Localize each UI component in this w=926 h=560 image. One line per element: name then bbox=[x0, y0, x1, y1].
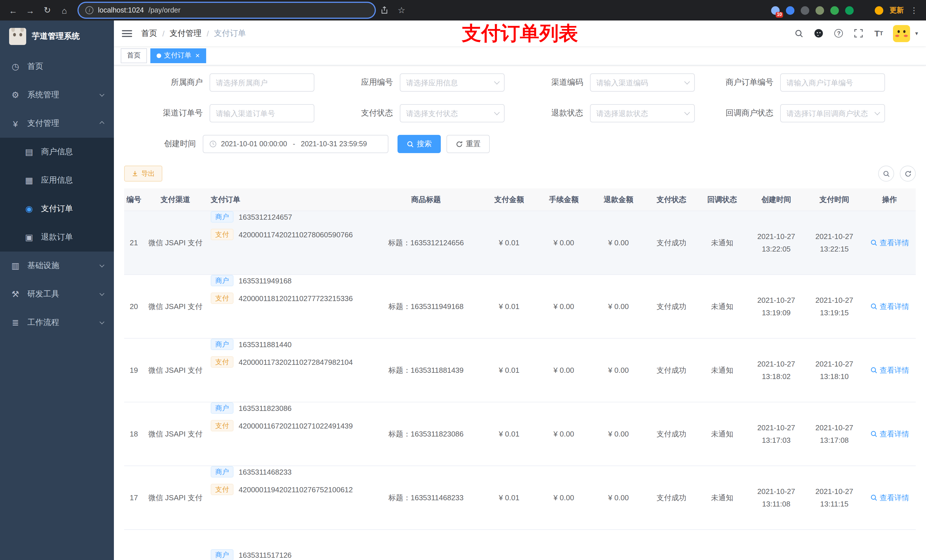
app-no-input[interactable] bbox=[400, 73, 505, 92]
sidebar-item-merchant-info[interactable]: ▤商户信息 bbox=[0, 138, 114, 166]
bookmark-star-icon[interactable]: ☆ bbox=[394, 3, 409, 18]
sidebar-item-refund-order[interactable]: ▣退款订单 bbox=[0, 223, 114, 252]
extension-icon-3[interactable] bbox=[801, 6, 809, 15]
cell-pay-time: 2021-10-2713:17:08 bbox=[805, 402, 863, 465]
sidebar-item-system[interactable]: ⚙系统管理 bbox=[0, 81, 114, 109]
cell-order: 商户1635311468233支付42000011942021102767521… bbox=[207, 466, 370, 529]
share-icon[interactable] bbox=[377, 3, 392, 18]
site-info-icon[interactable]: i bbox=[85, 6, 94, 14]
export-button[interactable]: 导出 bbox=[124, 166, 162, 181]
column-header: 支付时间 bbox=[805, 189, 863, 211]
sidebar-item-tools[interactable]: ⚒研发工具 bbox=[0, 280, 114, 308]
cell-id: 19 bbox=[124, 339, 144, 402]
table-row: 商户1635311517126 bbox=[124, 530, 916, 560]
extension-icon-5[interactable] bbox=[830, 6, 839, 15]
extension-icon-7[interactable] bbox=[860, 6, 869, 15]
dashboard-icon: ◷ bbox=[10, 62, 21, 72]
font-size-icon[interactable]: TT bbox=[873, 27, 884, 39]
chevron-down-icon bbox=[100, 291, 104, 296]
merchant-order-line: 商户1635311881440 bbox=[211, 339, 292, 350]
browser-update-button[interactable]: 更新 bbox=[890, 5, 904, 15]
back-icon[interactable]: ← bbox=[6, 3, 21, 18]
merchant-order-no-input[interactable] bbox=[780, 73, 885, 92]
browser-menu-icon[interactable]: ⋮ bbox=[910, 6, 918, 15]
home-icon[interactable]: ⌂ bbox=[57, 3, 72, 18]
merchant-input[interactable] bbox=[210, 73, 314, 92]
channel-order-no: 4200001194202110276752100612 bbox=[239, 485, 353, 494]
merchant-order-line: 商户1635311468233 bbox=[211, 466, 292, 477]
cell-order: 商户1635311881440支付42000011732021102728479… bbox=[207, 339, 370, 402]
view-detail-link[interactable]: 查看详情 bbox=[870, 492, 909, 503]
extension-icon-1[interactable]: 10 bbox=[771, 6, 780, 15]
gear-icon: ⚙ bbox=[10, 90, 21, 100]
extension-icon-8[interactable] bbox=[875, 6, 883, 15]
sidebar-item-home[interactable]: ◷首页 bbox=[0, 52, 114, 81]
app-logo: 芋道管理系统 bbox=[0, 21, 114, 52]
reload-icon[interactable]: ↻ bbox=[40, 3, 54, 18]
cell-action: 查看详情 bbox=[863, 466, 916, 529]
browser-toolbar: ← → ↻ ⌂ i localhost:1024/pay/order ☆ 10 … bbox=[0, 0, 926, 21]
refresh-table-icon[interactable] bbox=[900, 166, 916, 181]
cell-order: 商户1635312124657支付42000011742021102780605… bbox=[207, 211, 370, 274]
breadcrumb-item[interactable]: 支付管理 bbox=[170, 28, 201, 38]
search-button[interactable]: 搜索 bbox=[398, 135, 441, 153]
extension-badge: 10 bbox=[776, 12, 783, 17]
main-area: 首页/支付管理/支付订单 支付订单列表 ? TT ▾ bbox=[114, 21, 926, 560]
merchant-order-no: 1635312124657 bbox=[239, 213, 292, 221]
breadcrumb-item[interactable]: 首页 bbox=[141, 28, 157, 38]
channel-order-no: 4200001173202110272847982104 bbox=[239, 358, 353, 366]
sidebar-item-pay-order[interactable]: ◉支付订单 bbox=[0, 195, 114, 223]
cell-channel: 微信 JSAPI 支付 bbox=[144, 339, 207, 402]
channel-order-line: 支付4200001167202110271022491439 bbox=[211, 420, 353, 432]
refund-status-input[interactable] bbox=[590, 104, 695, 122]
refund-status-control bbox=[590, 104, 695, 122]
fullscreen-icon[interactable] bbox=[853, 27, 864, 39]
close-icon[interactable]: × bbox=[195, 52, 200, 59]
browser-extensions-area: 10 更新 ⋮ bbox=[771, 5, 920, 15]
view-detail-link[interactable]: 查看详情 bbox=[870, 301, 909, 312]
view-detail-link[interactable]: 查看详情 bbox=[870, 238, 909, 248]
extension-icon-4[interactable] bbox=[816, 6, 824, 15]
sidebar-item-app-info[interactable]: ▦应用信息 bbox=[0, 166, 114, 195]
date-range-picker[interactable]: 2021-10-01 00:00:00 - 2021-10-31 23:59:5… bbox=[203, 135, 388, 153]
pay-status-input[interactable] bbox=[400, 104, 505, 122]
address-bar[interactable]: i localhost:1024/pay/order bbox=[79, 3, 375, 18]
date-end-value: 2021-10-31 23:59:59 bbox=[301, 140, 367, 148]
active-dot-icon bbox=[157, 53, 161, 58]
hamburger-icon[interactable] bbox=[122, 30, 132, 37]
view-detail-link[interactable]: 查看详情 bbox=[870, 429, 909, 439]
cell-refund bbox=[591, 530, 646, 560]
view-detail-link[interactable]: 查看详情 bbox=[870, 365, 909, 375]
notify-status-input[interactable] bbox=[780, 104, 885, 122]
sidebar-item-pay[interactable]: ¥支付管理 bbox=[0, 109, 114, 138]
merchant-control bbox=[210, 73, 314, 92]
tab-home[interactable]: 首页 bbox=[121, 48, 147, 63]
extension-icon-2[interactable] bbox=[786, 6, 794, 15]
merchant-order-no: 1635311517126 bbox=[239, 551, 292, 559]
forward-icon[interactable]: → bbox=[23, 3, 38, 18]
sidebar-item-label: 支付订单 bbox=[41, 204, 73, 214]
cell-create-time: 2021-10-2713:18:02 bbox=[747, 339, 805, 402]
github-icon[interactable] bbox=[813, 27, 825, 39]
search-icon[interactable] bbox=[793, 27, 805, 39]
search-icon bbox=[407, 140, 414, 148]
channel-code-input[interactable] bbox=[590, 73, 695, 92]
help-icon[interactable]: ? bbox=[833, 27, 844, 39]
cell-amount bbox=[482, 530, 536, 560]
user-avatar[interactable] bbox=[893, 25, 910, 42]
tab-pay-order[interactable]: 支付订单× bbox=[150, 48, 206, 63]
sidebar-item-workflow[interactable]: ≣工作流程 bbox=[0, 308, 114, 337]
avatar-caret-icon[interactable]: ▾ bbox=[915, 30, 918, 36]
sidebar-menu: ◷首页⚙系统管理¥支付管理▤商户信息▦应用信息◉支付订单▣退款订单▥基础设施⚒研… bbox=[0, 52, 114, 560]
cell-amount: ¥ 0.01 bbox=[482, 211, 536, 274]
toggle-search-icon[interactable] bbox=[878, 166, 894, 181]
cell-channel: 微信 JSAPI 支付 bbox=[144, 275, 207, 338]
sidebar-item-infra[interactable]: ▥基础设施 bbox=[0, 252, 114, 280]
extension-icon-6[interactable] bbox=[845, 6, 854, 15]
cell-title: 标题：1635311468233 bbox=[370, 466, 482, 529]
workflow-icon: ≣ bbox=[10, 318, 21, 328]
channel-order-no-input[interactable] bbox=[210, 104, 314, 122]
reset-button[interactable]: 重置 bbox=[446, 135, 490, 153]
merchant-field: 所属商户 bbox=[124, 73, 314, 92]
chevron-down-icon bbox=[100, 92, 104, 97]
